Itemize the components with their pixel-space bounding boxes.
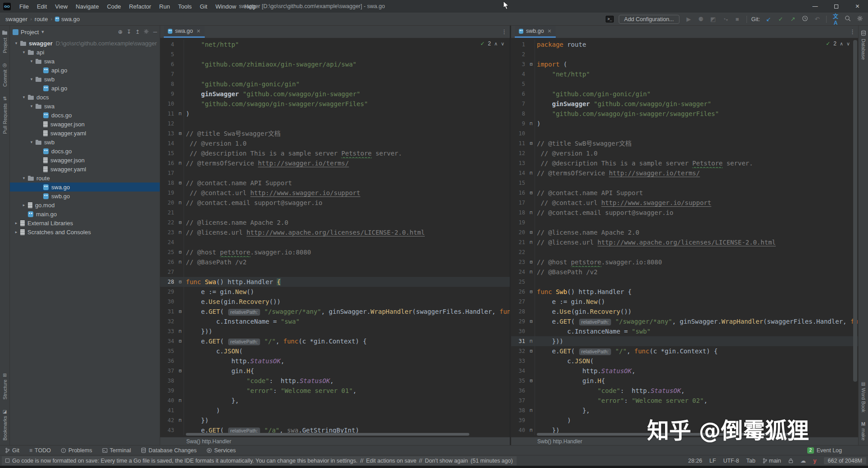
menu-file[interactable]: File	[15, 2, 33, 11]
tree-expanded-icon[interactable]: ▾	[29, 77, 34, 81]
tree-item-swagger.yaml[interactable]: swagger.yaml	[10, 129, 160, 138]
menu-git[interactable]: Git	[196, 2, 211, 11]
tree-item-swa[interactable]: ▾swa	[10, 102, 160, 111]
toolwindow-problems[interactable]: Problems	[56, 446, 97, 455]
fold-end-icon[interactable]: ⊓	[528, 406, 535, 415]
maximize-button[interactable]	[826, 0, 847, 13]
tree-item-main.go[interactable]: main.go	[10, 209, 160, 218]
menu-run[interactable]: Run	[155, 2, 174, 11]
tree-expanded-icon[interactable]: ▾	[29, 59, 34, 63]
git-update-icon[interactable]: ↙	[764, 16, 773, 22]
locate-icon[interactable]: ⊕	[118, 29, 122, 35]
stripe-item-database[interactable]: Database	[861, 26, 866, 64]
event-log[interactable]: 2 Event Log	[807, 447, 842, 454]
tree-item-swagger.json[interactable]: swagger.json	[10, 120, 160, 129]
fold-collapse-icon[interactable]: ⊟	[528, 316, 535, 326]
fold-collapse-icon[interactable]: ⊟	[177, 336, 184, 346]
tree-item-swagger.yaml[interactable]: swagger.yaml	[10, 165, 160, 174]
search-everywhere-icon[interactable]	[843, 15, 852, 23]
fold-collapse-icon[interactable]: ⊟	[528, 287, 535, 297]
code-editor-swb[interactable]: 1package route23⊟import (4 "net/http"56 …	[511, 38, 858, 437]
fold-end-icon[interactable]: ⊓	[528, 336, 535, 346]
tree-expanded-icon[interactable]: ▾	[29, 104, 34, 108]
breadcrumb-item-swa.go[interactable]: swa.go	[61, 16, 80, 22]
more-options-icon[interactable]: ⋮	[850, 28, 855, 35]
tree-item-docs.go[interactable]: docs.go	[10, 111, 160, 120]
fold-end-icon[interactable]: ⊓	[528, 237, 535, 247]
next-problem-icon[interactable]: ∨	[501, 41, 504, 47]
tab-close-icon[interactable]: ✕	[197, 28, 201, 34]
fold-end-icon[interactable]: ⊓	[177, 257, 184, 267]
translate-icon[interactable]: 文A	[831, 12, 840, 26]
toolwindow-git[interactable]: Git	[0, 446, 24, 455]
fold-end-icon[interactable]: ⊓	[528, 208, 535, 218]
fold-collapse-icon[interactable]: ⊟	[177, 178, 184, 188]
fold-collapse-icon[interactable]: ⊟	[528, 346, 535, 356]
git-branch-indicator[interactable]: main	[763, 458, 781, 464]
fold-end-icon[interactable]: ⊓	[177, 109, 184, 119]
tree-expanded-icon[interactable]: ▾	[29, 140, 34, 144]
fold-collapse-icon[interactable]: ⊟	[528, 227, 535, 237]
stripe-item-commit[interactable]: ◎Commit	[2, 58, 8, 91]
fold-collapse-icon[interactable]: ⊟	[528, 138, 535, 148]
git-push-icon[interactable]: ↗	[788, 16, 797, 22]
tree-expanded-icon[interactable]: ▾	[21, 176, 27, 180]
menu-navigate[interactable]: Navigate	[72, 2, 103, 11]
git-commit-icon[interactable]: ✓	[776, 16, 785, 22]
horizontal-scrollbar[interactable]	[186, 433, 469, 436]
stripe-item-project[interactable]: Project	[2, 26, 8, 58]
fold-end-icon[interactable]: ⊓	[528, 168, 535, 178]
prev-problem-icon[interactable]: ∧	[494, 41, 498, 47]
toolwindow-terminal[interactable]: Terminal	[97, 446, 136, 455]
menu-window[interactable]: Window	[211, 2, 240, 11]
fold-end-icon[interactable]: ⊓	[177, 415, 184, 425]
tree-item-external-libraries[interactable]: ▸External Libraries	[10, 218, 160, 227]
edit-actions-link[interactable]: Edit actions on save	[366, 458, 416, 464]
fold-collapse-icon[interactable]: ⊟	[528, 188, 535, 198]
tab-close-icon[interactable]: ✕	[548, 28, 552, 34]
stripe-item-pull-requests[interactable]: ⇅Pull Requests	[2, 91, 8, 138]
tree-expanded-icon[interactable]: ▾	[21, 50, 27, 54]
fold-end-icon[interactable]: ⊓	[528, 267, 535, 277]
toolwindow-database-changes[interactable]: Database Changes	[136, 446, 202, 455]
fold-collapse-icon[interactable]: ⊟	[177, 218, 184, 227]
status-notification[interactable]: Go code is now formatted on save: Every …	[2, 456, 517, 465]
tab-swa-go[interactable]: swa.go✕	[164, 26, 205, 38]
settings-icon[interactable]	[855, 15, 864, 23]
menu-tools[interactable]: Tools	[174, 2, 196, 11]
tree-expanded-icon[interactable]: ▾	[13, 41, 19, 45]
plugin-y-icon[interactable]: y	[813, 457, 816, 464]
tree-expanded-icon[interactable]: ▾	[21, 95, 27, 99]
close-button[interactable]: ✕	[847, 0, 868, 13]
stripe-item-word-book[interactable]: ▤Word Book	[861, 376, 866, 417]
tree-collapsed-icon[interactable]: ▸	[13, 230, 19, 234]
settings-icon[interactable]	[144, 29, 149, 36]
tree-item-scratches-and-consoles[interactable]: ▸Scratches and Consoles	[10, 227, 160, 236]
prev-problem-icon[interactable]: ∧	[840, 41, 843, 47]
fold-end-icon[interactable]: ⊓	[177, 326, 184, 336]
inspection-widget[interactable]: ✓2∧∨	[826, 40, 850, 47]
code-editor-swa[interactable]: 4 "net/http"56 "github.com/zhimiaox/gin-…	[160, 38, 510, 437]
editor-breadcrumb-swa[interactable]: Swa() http.Handler	[160, 437, 510, 445]
menu-refactor[interactable]: Refactor	[125, 2, 155, 11]
tree-item-api[interactable]: ▾api	[10, 48, 160, 57]
vertical-scrollbar[interactable]	[853, 40, 857, 382]
breadcrumb-item-swagger[interactable]: swagger	[5, 16, 27, 22]
stripe-item-make[interactable]: Mmake	[861, 417, 866, 445]
fold-collapse-icon[interactable]: ⊟	[528, 257, 535, 267]
toolwindow-services[interactable]: Services	[202, 446, 241, 455]
add-configuration-button[interactable]: Add Configuration...	[619, 15, 679, 24]
fold-collapse-icon[interactable]: ⊟	[177, 129, 184, 138]
fold-collapse-icon[interactable]: ⊟	[177, 366, 184, 376]
more-options-icon[interactable]: ⋮	[501, 28, 507, 35]
tree-item-go.mod[interactable]: ▸go.mod	[10, 201, 160, 209]
fold-end-icon[interactable]: ⊓	[528, 119, 535, 129]
tree-item-swb[interactable]: ▾swb	[10, 138, 160, 147]
tab-swb-go[interactable]: swb.go✕	[515, 26, 556, 38]
fold-end-icon[interactable]: ⊓	[177, 158, 184, 168]
tree-item-swagger.json[interactable]: swagger.json	[10, 156, 160, 165]
fold-collapse-icon[interactable]: ⊟	[177, 247, 184, 257]
caret-position[interactable]: 28:26	[688, 458, 702, 464]
hide-icon[interactable]: ─	[153, 29, 157, 35]
next-problem-icon[interactable]: ∨	[846, 41, 850, 47]
